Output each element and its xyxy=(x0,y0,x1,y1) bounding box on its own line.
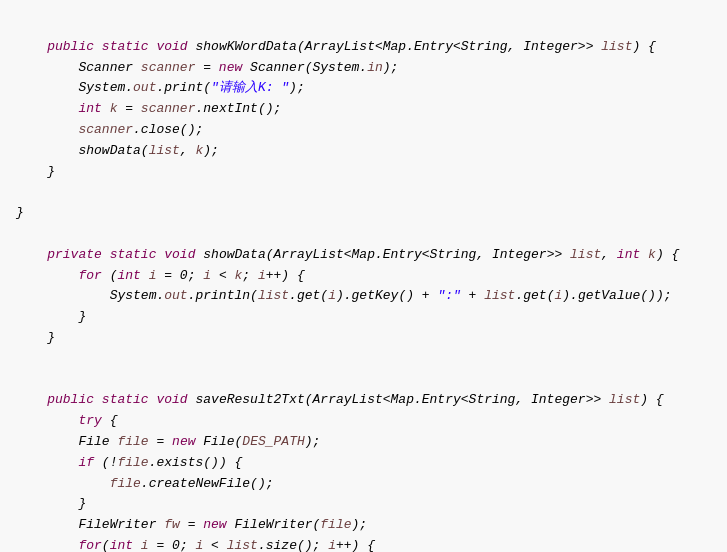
line-25: for(int i = 0; i < list.size(); i++) { xyxy=(16,538,375,552)
line-18: public static void saveResult2Txt(ArrayL… xyxy=(16,392,664,407)
line-11: private static void showData(ArrayList<M… xyxy=(16,247,679,262)
line-23: } xyxy=(16,496,86,511)
line-7: } xyxy=(16,164,55,179)
line-19: try { xyxy=(16,413,117,428)
line-12: for (int i = 0; i < k; i++) { xyxy=(16,268,305,283)
line-24: FileWriter fw = new FileWriter(file); xyxy=(16,517,367,532)
line-14: } xyxy=(16,309,86,324)
line-5: scanner.close(); xyxy=(16,122,203,137)
line-22: file.createNewFile(); xyxy=(16,476,273,491)
line-6: showData(list, k); xyxy=(16,143,219,158)
line-3: System.out.print("请输入K: "); xyxy=(16,80,305,95)
line-1: public static void showKWordData(ArrayLi… xyxy=(16,39,656,54)
line-9: } xyxy=(16,205,24,220)
code-editor: public static void showKWordData(ArrayLi… xyxy=(0,10,727,552)
line-15: } xyxy=(16,330,55,345)
line-21: if (!file.exists()) { xyxy=(16,455,242,470)
line-2: Scanner scanner = new Scanner(System.in)… xyxy=(16,60,398,75)
line-13: System.out.println(list.get(i).getKey() … xyxy=(16,288,672,303)
line-4: int k = scanner.nextInt(); xyxy=(16,101,281,116)
line-20: File file = new File(DES_PATH); xyxy=(16,434,320,449)
